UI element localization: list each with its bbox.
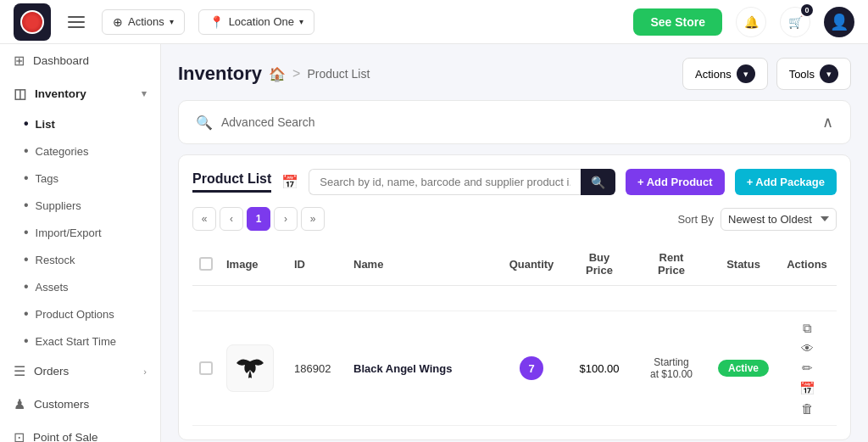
customers-icon: ♟ — [14, 396, 25, 412]
advanced-search-collapse-icon[interactable]: ∧ — [822, 113, 833, 131]
user-icon: 👤 — [830, 13, 849, 31]
logo — [14, 3, 51, 41]
product-list-header: Product List 📅 🔍 + Add Product + Add Pac… — [192, 169, 837, 195]
product-table-head: Image ID Name Quantity BuyPrice RentPric… — [192, 243, 837, 286]
product-image — [226, 344, 274, 392]
sidebar-subitem-exact-start-time[interactable]: Exact Start Time — [0, 327, 160, 355]
page-prev-button[interactable]: ‹ — [220, 207, 243, 231]
view-action-button[interactable]: 👁 — [798, 340, 817, 356]
col-status: Status — [709, 243, 777, 286]
sidebar-subitem-assets-label: Assets — [36, 281, 69, 294]
sidebar-subitem-categories[interactable]: Categories — [0, 137, 160, 165]
sidebar-subitem-tags-label: Tags — [36, 172, 58, 185]
inventory-icon: ◫ — [14, 86, 26, 102]
page-next-button[interactable]: › — [274, 207, 298, 231]
product-name: Black Angel Wings — [347, 311, 498, 426]
sort-select[interactable]: Newest to Oldest Oldest to Newest Name A… — [721, 208, 837, 231]
sidebar-subitem-restock[interactable]: Restock — [0, 246, 160, 273]
product-search-wrap: 🔍 — [309, 169, 615, 195]
bell-icon: 🔔 — [744, 15, 759, 29]
copy-action-button[interactable]: ⧉ — [799, 320, 815, 337]
add-product-button[interactable]: + Add Product — [626, 169, 725, 195]
breadcrumb-tools-button[interactable]: Tools ▾ — [776, 58, 851, 90]
nav-actions-button[interactable]: ⊕ Actions ▾ — [102, 9, 185, 35]
add-package-button[interactable]: + Add Package — [735, 169, 837, 195]
nav-location-chevron: ▾ — [299, 17, 303, 26]
sidebar-item-dashboard[interactable]: ⊞ Dashboard — [0, 44, 160, 77]
breadcrumb-page: Product List — [307, 67, 370, 81]
pagination-row: « ‹ 1 › » Sort By Newest to Oldest Oldes… — [192, 207, 837, 231]
sidebar-subitem-categories-label: Categories — [36, 145, 89, 158]
product-status: Active — [709, 311, 777, 426]
sort-wrap: Sort By Newest to Oldest Oldest to Newes… — [677, 208, 837, 231]
status-badge: Active — [718, 360, 769, 377]
sidebar-customers-label: Customers — [34, 398, 89, 411]
nav-location-button[interactable]: 📍 Location One ▾ — [198, 9, 314, 35]
sort-by-label: Sort By — [677, 213, 714, 226]
sidebar-subitem-assets[interactable]: Assets — [0, 273, 160, 300]
sidebar-subitem-suppliers-label: Suppliers — [36, 199, 81, 212]
main-layout: ⊞ Dashboard ◫ Inventory ▾ List Categorie… — [0, 44, 868, 442]
sidebar-item-orders[interactable]: ☰ Orders › — [0, 355, 160, 388]
sidebar-subitem-restock-label: Restock — [36, 254, 75, 266]
sidebar-item-point-of-sale[interactable]: ⊡ Point of Sale — [0, 421, 160, 442]
product-search-input[interactable] — [309, 169, 581, 195]
nav-actions-label: Actions — [128, 15, 164, 28]
sidebar-item-customers[interactable]: ♟ Customers — [0, 388, 160, 421]
sidebar-subitem-import-export[interactable]: Import/Export — [0, 219, 160, 246]
product-list-title: Product List — [192, 171, 271, 193]
logo-icon — [20, 10, 44, 34]
col-quantity: Quantity — [498, 243, 565, 286]
product-table-body: 186902 Black Angel Wings 7 $100.00 Start… — [192, 286, 837, 426]
row-checkbox[interactable] — [199, 361, 213, 375]
col-buy-price: BuyPrice — [565, 243, 633, 286]
inventory-chevron: ▾ — [142, 88, 147, 99]
sidebar-subitem-list[interactable]: List — [0, 110, 160, 137]
sidebar-subitem-tags[interactable]: Tags — [0, 165, 160, 192]
see-store-button[interactable]: See Store — [633, 8, 722, 36]
sidebar: ⊞ Dashboard ◫ Inventory ▾ List Categorie… — [0, 44, 161, 442]
nav-location-icon: 📍 — [209, 15, 224, 29]
main-content: Inventory 🏠 > Product List Actions ▾ Too… — [161, 44, 868, 442]
quantity-badge: 7 — [520, 356, 543, 380]
pagination: « ‹ 1 › » — [192, 207, 325, 231]
sidebar-subitem-suppliers[interactable]: Suppliers — [0, 192, 160, 219]
page-last-button[interactable]: » — [301, 207, 325, 231]
avatar-button[interactable]: 👤 — [824, 7, 854, 37]
orders-icon: ☰ — [14, 363, 25, 379]
row-actions-group: ⧉ 👁 ✏ 📅 🗑 — [784, 320, 830, 417]
breadcrumb-tools-label: Tools — [789, 68, 815, 81]
sidebar-orders-label: Orders — [34, 365, 69, 378]
col-id: ID — [287, 243, 347, 286]
product-buy-price: $100.00 — [565, 311, 633, 426]
calendar-icon[interactable]: 📅 — [281, 174, 298, 190]
nav-actions-chevron: ▾ — [170, 17, 174, 26]
cart-button[interactable]: 🛒 0 — [780, 7, 810, 37]
col-image: Image — [220, 243, 287, 286]
breadcrumb-actions-button[interactable]: Actions ▾ — [682, 58, 768, 90]
product-quantity: 7 — [498, 311, 565, 426]
actions-chevron-icon: ▾ — [737, 64, 755, 83]
page-1-button[interactable]: 1 — [247, 207, 270, 231]
delete-action-button[interactable]: 🗑 — [798, 400, 817, 417]
sidebar-subitem-exact-start-time-label: Exact Start Time — [36, 335, 116, 348]
col-rent-price: RentPrice — [633, 243, 709, 286]
page-first-button[interactable]: « — [192, 207, 216, 231]
home-icon[interactable]: 🏠 — [269, 66, 286, 82]
breadcrumb-actions: Actions ▾ Tools ▾ — [682, 58, 851, 90]
hamburger-menu[interactable] — [64, 13, 88, 31]
sidebar-item-inventory[interactable]: ◫ Inventory ▾ — [0, 77, 160, 110]
product-search-button[interactable]: 🔍 — [581, 169, 615, 195]
col-name: Name — [347, 243, 498, 286]
product-id: 186902 — [287, 311, 347, 426]
sidebar-item-label: Dashboard — [33, 54, 89, 67]
advanced-search-panel[interactable]: 🔍 Advanced Search ∧ — [178, 100, 851, 144]
select-all-checkbox[interactable] — [199, 257, 213, 271]
orders-chevron: › — [143, 366, 147, 377]
notification-button[interactable]: 🔔 — [736, 7, 766, 37]
calendar-action-button[interactable]: 📅 — [796, 380, 819, 397]
edit-action-button[interactable]: ✏ — [798, 360, 816, 377]
sidebar-subitem-product-options[interactable]: Product Options — [0, 300, 160, 327]
sidebar-subitem-product-options-label: Product Options — [36, 308, 114, 321]
table-row: 186902 Black Angel Wings 7 $100.00 Start… — [192, 311, 837, 426]
